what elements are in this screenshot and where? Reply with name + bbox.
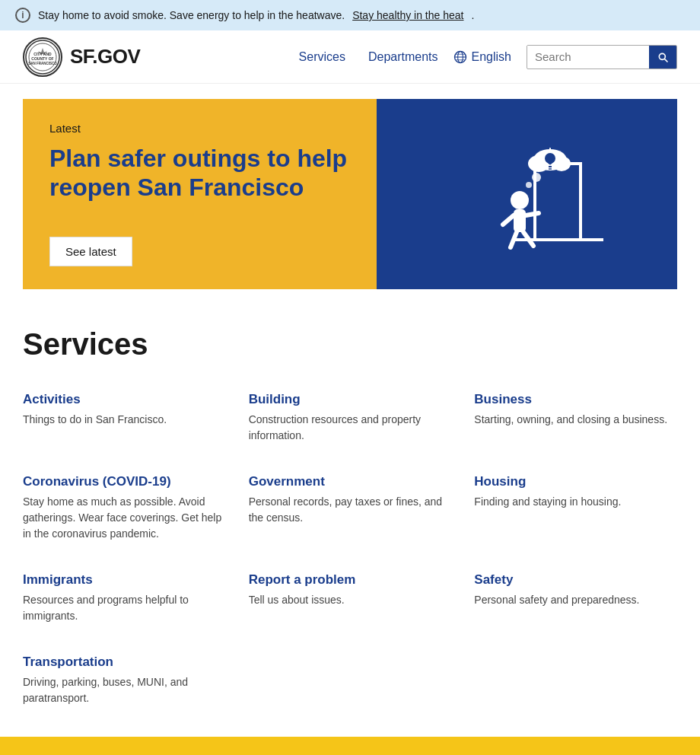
hero-banner: Latest Plan safer outings to help reopen… <box>23 99 677 289</box>
search-icon <box>657 51 669 63</box>
svg-line-15 <box>511 232 517 247</box>
svg-point-24 <box>545 153 555 164</box>
service-link-immigrants[interactable]: Immigrants <box>23 572 226 588</box>
services-section: Services ActivitiesThings to do in San F… <box>0 289 700 737</box>
service-item-coronavirus: Coronavirus (COVID-19)Stay home as much … <box>23 474 226 542</box>
service-link-transportation[interactable]: Transportation <box>23 655 226 670</box>
service-item-activities: ActivitiesThings to do in San Francisco. <box>23 392 226 444</box>
language-label: English <box>472 50 511 64</box>
hero-cta-button[interactable]: See latest <box>49 237 132 266</box>
alert-text: Stay home to avoid smoke. Save energy to… <box>38 9 345 21</box>
nav-departments[interactable]: Departments <box>368 50 438 64</box>
alert-bar: i Stay home to avoid smoke. Save energy … <box>0 0 700 30</box>
services-heading: Services <box>23 327 677 362</box>
svg-line-18 <box>526 213 539 215</box>
language-button[interactable]: English <box>453 50 511 64</box>
svg-text:COUNTY OF: COUNTY OF <box>31 56 53 61</box>
svg-text:SAN FRANCISCO: SAN FRANCISCO <box>28 62 57 65</box>
nav-services[interactable]: Services <box>299 50 345 64</box>
search-input[interactable] <box>527 46 649 68</box>
service-item-government: GovernmentPersonal records, pay taxes or… <box>249 474 452 542</box>
service-item-business: BusinessStarting, owning, and closing a … <box>474 392 677 444</box>
service-desc-business: Starting, owning, and closing a business… <box>474 412 677 428</box>
service-desc-activities: Things to do in San Francisco. <box>23 412 226 428</box>
site-title: SF.GOV <box>70 45 140 68</box>
hero-illustration-panel <box>377 99 677 289</box>
hero-svg-illustration <box>451 118 603 270</box>
svg-line-17 <box>503 215 514 225</box>
service-item-immigrants: ImmigrantsResources and programs helpful… <box>23 572 226 624</box>
service-item-safety: SafetyPersonal safety and preparedness. <box>474 572 677 624</box>
alert-link[interactable]: Stay healthy in the heat <box>352 9 463 21</box>
service-desc-building: Construction resources and property info… <box>249 412 452 444</box>
search-button[interactable] <box>649 46 676 68</box>
service-link-building[interactable]: Building <box>249 392 452 407</box>
svg-point-13 <box>511 191 529 209</box>
service-desc-transportation: Driving, parking, buses, MUNI, and parat… <box>23 674 226 706</box>
hero-content: Latest Plan safer outings to help reopen… <box>23 99 377 289</box>
service-link-government[interactable]: Government <box>249 474 452 489</box>
logo-link[interactable]: CITY AND COUNTY OF SAN FRANCISCO SF.GOV <box>23 37 140 77</box>
service-item-report-problem: Report a problemTell us about issues. <box>249 572 452 624</box>
service-link-report-problem[interactable]: Report a problem <box>249 572 452 588</box>
service-desc-report-problem: Tell us about issues. <box>249 592 452 608</box>
header: CITY AND COUNTY OF SAN FRANCISCO SF.GOV … <box>0 30 700 84</box>
hero-title: Plan safer outings to help reopen San Fr… <box>49 144 350 202</box>
svg-line-29 <box>542 151 544 153</box>
logo-seal: CITY AND COUNTY OF SAN FRANCISCO <box>23 37 62 77</box>
service-link-housing[interactable]: Housing <box>474 474 677 489</box>
svg-rect-10 <box>535 164 581 240</box>
service-item-transportation: TransportationDriving, parking, buses, M… <box>23 655 226 706</box>
info-icon: i <box>15 8 30 23</box>
service-link-business[interactable]: Business <box>474 392 677 407</box>
page-footer-bar <box>0 737 700 755</box>
service-desc-coronavirus: Stay home as much as possible. Avoid gat… <box>23 494 226 542</box>
service-link-activities[interactable]: Activities <box>23 392 226 407</box>
services-grid: ActivitiesThings to do in San Francisco.… <box>23 392 677 706</box>
service-item-housing: HousingFinding and staying in housing. <box>474 474 677 542</box>
service-desc-housing: Finding and staying in housing. <box>474 494 677 510</box>
globe-icon <box>453 50 467 64</box>
service-desc-government: Personal records, pay taxes or fines, an… <box>249 494 452 526</box>
search-area <box>527 45 677 69</box>
service-link-safety[interactable]: Safety <box>474 572 677 588</box>
svg-rect-14 <box>514 209 526 232</box>
svg-point-20 <box>532 173 541 182</box>
svg-line-28 <box>556 151 558 153</box>
hero-label: Latest <box>49 122 350 135</box>
service-desc-immigrants: Resources and programs helpful to immigr… <box>23 592 226 624</box>
service-desc-safety: Personal safety and preparedness. <box>474 592 677 608</box>
main-nav: Services Departments <box>299 50 438 64</box>
svg-point-19 <box>526 182 532 188</box>
service-item-building: BuildingConstruction resources and prope… <box>249 392 452 444</box>
service-link-coronavirus[interactable]: Coronavirus (COVID-19) <box>23 474 226 489</box>
